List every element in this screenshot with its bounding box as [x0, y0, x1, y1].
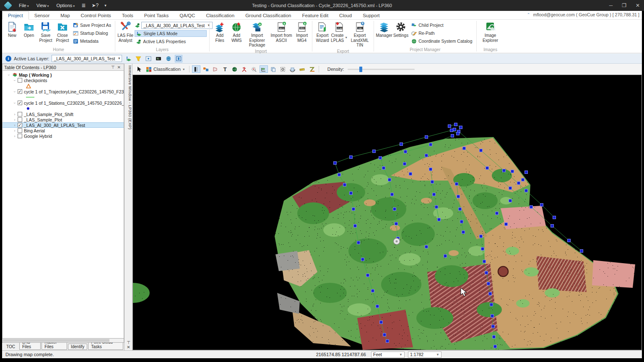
single-las-mode-button[interactable]: Single LAS Mode — [135, 30, 207, 37]
tab-cloud[interactable]: Cloud — [334, 12, 357, 19]
open-button[interactable]: Open — [21, 21, 37, 39]
toc-item-bing-aerial[interactable]: › Bing Aerial — [3, 128, 124, 133]
image-explorer-button[interactable]: Image Explorer — [478, 21, 503, 44]
profile-bar-tool-icon[interactable] — [192, 65, 200, 73]
tab-qaqc[interactable]: QA/QC — [174, 12, 200, 19]
new-button[interactable]: New — [4, 21, 21, 39]
las-file-analyst-button[interactable]: LAS File Analyst — [117, 21, 134, 44]
expander-icon[interactable]: › — [13, 101, 17, 105]
scale-combo[interactable]: 1:1782▼ — [408, 352, 441, 358]
filter-icon[interactable] — [135, 55, 142, 62]
tab-feature-edit[interactable]: Feature Edit — [296, 12, 334, 19]
startup-dialog-button[interactable]: Startup Dialog — [72, 30, 112, 36]
expander-icon[interactable]: › — [13, 118, 17, 122]
list-icon[interactable]: ≣ — [81, 3, 86, 8]
toc-item-map[interactable]: › Map ( Working ) — [3, 72, 124, 78]
re-path-button[interactable]: Re-Path — [410, 30, 473, 36]
text-tool-icon[interactable]: T — [221, 65, 229, 73]
tab-map[interactable]: Map — [55, 12, 75, 19]
toc-item-trajectoryline[interactable]: › ✓ cycle 1 of 1_TrajectoryLine_C230226_… — [3, 89, 124, 94]
close-panel-icon[interactable]: ✕ — [127, 345, 130, 349]
cone-view-tool-icon[interactable] — [211, 65, 220, 73]
identify-tab[interactable]: Identify — [68, 344, 87, 350]
tab-tools[interactable]: Tools — [117, 12, 139, 19]
tab-sensor[interactable]: Sensor — [29, 12, 55, 19]
tab-project[interactable]: Project — [2, 11, 29, 20]
rotate-3d-tool-icon[interactable] — [288, 65, 297, 73]
toc-item-sample-plot-shift[interactable]: › _LAS_Sample_Plot_Shift — [3, 111, 124, 117]
menu-view[interactable]: View▾ — [33, 3, 53, 8]
expander-icon[interactable]: › — [13, 129, 17, 133]
globe-tool-icon[interactable] — [231, 65, 239, 73]
settings-button[interactable]: Settings — [392, 21, 409, 39]
import-explorer-package-button[interactable]: Import Explorer Package — [245, 21, 269, 49]
classify-z-tool-icon[interactable] — [308, 65, 316, 73]
checkbox-checked[interactable]: ✓ — [18, 123, 22, 127]
expander-icon[interactable]: › — [13, 123, 17, 127]
checkbox-checked[interactable]: ✓ — [18, 101, 22, 105]
tab-point-tasks[interactable]: Point Tasks — [139, 12, 174, 19]
units-combo[interactable]: Feet▼ — [371, 352, 405, 358]
add-files-button[interactable]: Add Files — [211, 21, 228, 44]
copy-tool-icon[interactable] — [269, 65, 278, 73]
toc-item-checkpoints[interactable]: › checkpoints — [3, 78, 124, 83]
active-las-properties-button[interactable]: Active LAS Properties — [135, 38, 207, 45]
sphere-3d-icon[interactable] — [165, 55, 172, 62]
map-viewport[interactable] — [132, 75, 642, 350]
export-wizard-button[interactable]: Export Wizard — [314, 21, 331, 44]
zoom-selection-tool-icon[interactable] — [250, 65, 258, 73]
expander-icon[interactable]: › — [13, 78, 17, 83]
close-project-button[interactable]: Close Project — [54, 21, 71, 44]
expander-icon[interactable]: › — [13, 90, 17, 94]
checkbox-unchecked[interactable] — [18, 117, 22, 122]
save-project-button[interactable]: Save Project — [37, 21, 54, 44]
add-wms-button[interactable]: Add WMS — [228, 21, 245, 44]
toc-item-las-ai-300[interactable]: › ✓ _LAS_AI_300_All_LPLAS_Test — [3, 122, 124, 128]
toc-item-sample-plot[interactable]: › _LAS_Sample_Plot — [3, 117, 124, 122]
select-pointer-icon[interactable] — [135, 65, 143, 73]
info-icon[interactable]: i — [5, 56, 11, 62]
3d-viewer-tool-icon[interactable] — [202, 65, 210, 73]
console-icon[interactable] — [155, 55, 162, 62]
expander-icon[interactable]: › — [13, 134, 17, 138]
help-pointer-icon[interactable]: ➤? — [91, 3, 99, 8]
child-project-button[interactable]: Child Project — [410, 22, 473, 28]
menu-file[interactable]: File▾ — [15, 3, 33, 8]
tab-control-points[interactable]: Control Points — [75, 12, 117, 19]
maximize-button[interactable]: ❐ — [622, 3, 626, 8]
selection-settings-tool-icon[interactable] — [279, 65, 287, 73]
toc-tab[interactable]: TOC — [3, 344, 18, 350]
expander-icon[interactable]: › — [7, 73, 11, 77]
layer-display-icon[interactable] — [125, 55, 132, 62]
export-landxml-tin-button[interactable]: XML Export LandXML TIN — [348, 21, 372, 49]
classification-dropdown[interactable]: Classification ▼ — [145, 67, 187, 72]
viewer-window-icon[interactable] — [145, 55, 152, 62]
tab-support[interactable]: Support — [357, 12, 385, 19]
close-button[interactable]: ✕ — [636, 3, 640, 8]
checkbox-unchecked[interactable] — [18, 78, 22, 83]
coordinate-system-catalog-button[interactable]: Coordinate System Catalog — [410, 38, 473, 44]
trajectory-tool-icon[interactable] — [240, 65, 249, 73]
density-slider[interactable] — [348, 69, 415, 70]
close-panel-icon[interactable]: ✕ — [116, 65, 122, 70]
toc-horizontal-scrollbar[interactable] — [2, 339, 124, 343]
tab-ground-classification[interactable]: Ground Classification — [240, 12, 296, 19]
active-las-layer-combo[interactable]: _LAS_AI_300_All_LPLAS_Test▼ — [52, 55, 122, 62]
tab-classification[interactable]: Classification — [200, 12, 240, 19]
manager-button[interactable]: Manager — [376, 21, 392, 39]
checkbox-unchecked[interactable] — [18, 134, 22, 138]
measure-tool-icon[interactable] — [298, 65, 306, 73]
density-slider-thumb[interactable] — [359, 67, 362, 72]
import-mg4-button[interactable]: MG4 Import MG4 — [293, 21, 310, 44]
metadata-button[interactable]: Metadata — [72, 38, 112, 44]
toc-item-stations[interactable]: › ✓ cycle 1 of 1_Stations_C230226_145750… — [3, 100, 124, 106]
import-from-ascii-button[interactable]: ASCII Import from ASCII — [269, 21, 293, 44]
expander-icon[interactable]: › — [13, 112, 17, 116]
immersive-view-icon[interactable] — [175, 55, 182, 62]
checkbox-unchecked[interactable] — [18, 128, 22, 133]
layers-combo[interactable]: _LAS_AI_300_All_LPLAS_Test▼ — [141, 22, 213, 29]
profile-section-tool-icon[interactable] — [260, 65, 268, 73]
create-lplas-button[interactable]: LPLAS Create LPLAS▼ — [331, 21, 348, 44]
checkbox-checked[interactable]: ✓ — [18, 89, 22, 94]
menu-options[interactable]: Options▾ — [52, 3, 78, 8]
